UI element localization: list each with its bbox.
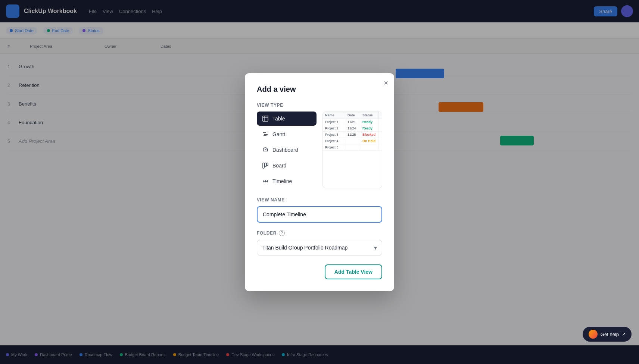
folder-help-icon[interactable]: ? [279, 230, 285, 236]
view-option-table-label: Table [272, 116, 285, 122]
preview-date-2: 11/24 [345, 125, 360, 131]
get-help-button[interactable]: Get help ↗ [583, 327, 632, 342]
preview-name-5: Project 5 [323, 144, 345, 150]
folder-select-wrapper: Titan Build Group Portfolio Roadmap ▾ [257, 240, 382, 255]
preview-row-5: Project 5 [323, 144, 382, 151]
svg-rect-0 [263, 116, 268, 121]
preview-status-2: Ready [360, 125, 379, 131]
view-name-input[interactable] [257, 206, 382, 223]
preview-header: Name Date Status [323, 112, 382, 119]
folder-label-row: Folder ? [257, 230, 382, 236]
view-option-table[interactable]: Table [257, 112, 317, 126]
gantt-icon [262, 131, 269, 138]
help-avatar [589, 330, 598, 339]
modal-close-button[interactable]: × [384, 79, 388, 87]
preview-date-3: 11/25 [345, 132, 360, 138]
view-option-board-label: Board [272, 163, 286, 169]
svg-rect-9 [265, 163, 266, 167]
preview-row-3: Project 3 11/25 Blocked [323, 132, 382, 138]
preview-name-1: Project 1 [323, 119, 345, 125]
preview-name-4: Project 4 [323, 138, 345, 144]
view-option-gantt-label: Gantt [272, 131, 285, 137]
modal-title: Add a view [257, 85, 382, 94]
view-option-dashboard[interactable]: Dashboard [257, 143, 317, 157]
preview-status-5 [360, 144, 379, 150]
preview-name-2: Project 2 [323, 125, 345, 131]
get-help-label: Get help [601, 332, 619, 337]
preview-date-1: 11/21 [345, 119, 360, 125]
preview-status-4: On Hold [360, 138, 379, 144]
dashboard-icon [262, 147, 269, 153]
view-type-content: Table Gantt [257, 112, 382, 188]
preview-col-name: Name [323, 112, 345, 119]
preview-date-5 [345, 144, 360, 150]
preview-row-2: Project 2 11/24 Ready [323, 125, 382, 132]
view-options-list: Table Gantt [257, 112, 317, 188]
add-view-modal: Add a view × View Type [245, 73, 394, 291]
folder-section: Folder ? Titan Build Group Portfolio Roa… [257, 230, 382, 255]
preview-status-3: Blocked [360, 132, 379, 138]
view-option-dashboard-label: Dashboard [272, 147, 298, 153]
table-icon [262, 115, 269, 122]
modal-footer: Add Table View [257, 264, 382, 279]
view-option-board[interactable]: Board [257, 159, 317, 173]
view-option-timeline[interactable]: Timeline [257, 174, 317, 188]
view-name-label: View Name [257, 197, 382, 203]
preview-row-4: Project 4 On Hold [323, 138, 382, 144]
board-icon [262, 162, 269, 169]
view-name-section: View Name [257, 197, 382, 223]
preview-col-date: Date [345, 112, 360, 119]
external-link-icon: ↗ [622, 332, 626, 337]
view-option-timeline-label: Timeline [272, 178, 292, 184]
svg-rect-8 [263, 163, 264, 168]
folder-label: Folder [257, 230, 277, 236]
svg-rect-10 [266, 163, 268, 166]
preview-row-1: Project 1 11/21 Ready [323, 119, 382, 125]
view-type-label: View Type [257, 103, 382, 108]
preview-col-status: Status [360, 112, 379, 119]
preview-date-4 [345, 138, 360, 144]
preview-name-3: Project 3 [323, 132, 345, 138]
view-option-gantt[interactable]: Gantt [257, 127, 317, 141]
folder-select[interactable]: Titan Build Group Portfolio Roadmap [257, 240, 382, 255]
add-table-view-button[interactable]: Add Table View [325, 264, 382, 279]
preview-status-1: Ready [360, 119, 379, 125]
modal-overlay: Add a view × View Type [0, 0, 639, 364]
table-preview: Name Date Status Project 1 11/21 Ready P… [322, 112, 382, 188]
view-type-section: View Type [257, 103, 382, 188]
svg-point-7 [265, 149, 266, 150]
timeline-icon [262, 178, 269, 185]
